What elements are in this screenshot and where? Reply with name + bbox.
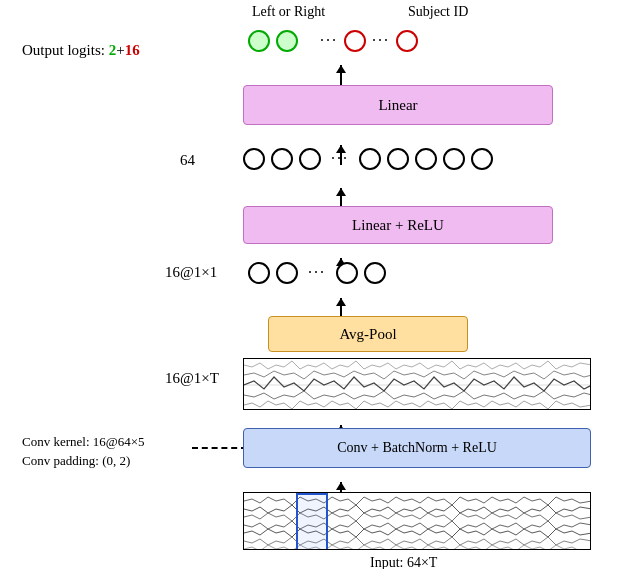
dots-top: ···	[320, 32, 338, 50]
linear-box: Linear	[243, 85, 553, 125]
output-circles-right: ··· ···	[320, 30, 418, 52]
c64-7	[443, 148, 465, 170]
c64-8	[471, 148, 493, 170]
c64-1	[243, 148, 265, 170]
dashed-line-conv	[192, 447, 247, 449]
feature-map-signal	[243, 358, 591, 410]
c16-4	[364, 262, 386, 284]
dots-64: ···	[331, 150, 349, 168]
c64-4	[359, 148, 381, 170]
dots-16: ···	[308, 264, 326, 282]
output-logits-label: Output logits: 2+16	[22, 42, 140, 59]
output-circles-left	[248, 30, 298, 52]
c16-1	[248, 262, 270, 284]
c16-3	[336, 262, 358, 284]
c16-2	[276, 262, 298, 284]
diagram: Left or Right Subject ID ··· ··· Output …	[0, 0, 640, 569]
conv-padding-label: Conv padding: (0, 2)	[22, 453, 130, 469]
c64-2	[271, 148, 293, 170]
label-16x1x1: 16@1×1	[165, 264, 217, 281]
circles-16x1x1: ···	[248, 262, 386, 284]
conv-kernel-label: Conv kernel: 16@64×5	[22, 434, 145, 450]
input-label: Input: 64×T	[370, 555, 437, 569]
dots-top-2: ···	[372, 32, 390, 50]
conv-window	[296, 493, 328, 550]
linear-relu-box: Linear + ReLU	[243, 206, 553, 244]
label-64: 64	[180, 152, 195, 169]
circle-green-2	[276, 30, 298, 52]
output-16: 16	[125, 42, 140, 58]
c64-6	[415, 148, 437, 170]
feature-svg	[244, 359, 591, 410]
circle-green-1	[248, 30, 270, 52]
subject-id-label: Subject ID	[408, 4, 468, 20]
circle-red-1	[344, 30, 366, 52]
left-or-right-label: Left or Right	[252, 4, 325, 20]
avg-pool-box: Avg-Pool	[268, 316, 468, 352]
circles-64: ···	[243, 148, 493, 170]
input-signal-box	[243, 492, 591, 550]
c64-5	[387, 148, 409, 170]
arrow-top	[340, 65, 342, 85]
circle-red-2	[396, 30, 418, 52]
conv-block-box: Conv + BatchNorm + ReLU	[243, 428, 591, 468]
label-16x1xT: 16@1×T	[165, 370, 219, 387]
arrow-16-to-avgpool	[340, 298, 342, 316]
c64-3	[299, 148, 321, 170]
arrow-64-to-linrelu	[340, 188, 342, 206]
output-plus: +	[116, 42, 124, 58]
